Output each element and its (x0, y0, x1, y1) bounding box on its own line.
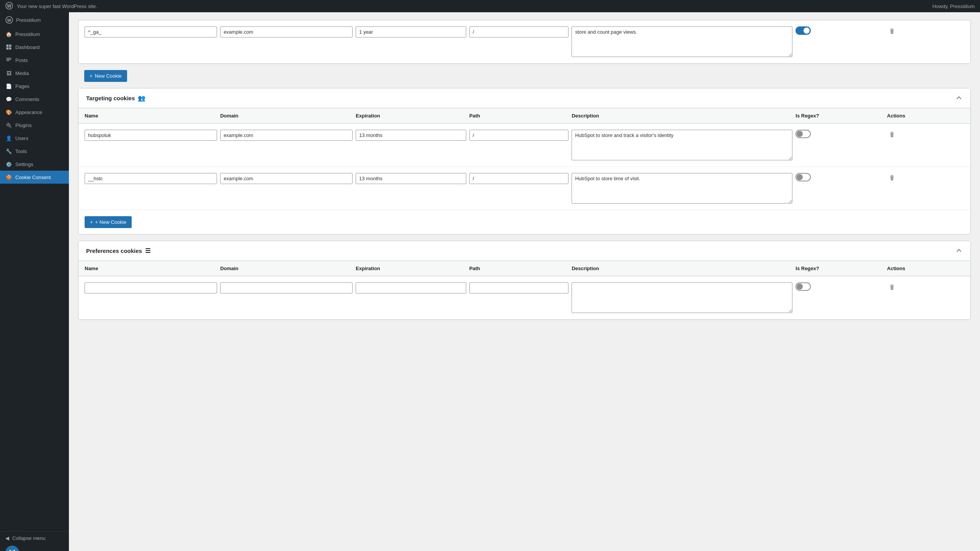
pref-col-domain: Domain (220, 266, 353, 271)
sidebar-brand-name: Pressidium (16, 17, 41, 23)
sidebar-label-dashboard: Dashboard (15, 44, 40, 50)
preferences-section-title: Preferences cookies ☰ (86, 247, 150, 254)
sidebar-item-pages[interactable]: 📄 Pages (0, 80, 69, 93)
svg-rect-6 (7, 47, 9, 50)
sidebar-item-appearance[interactable]: 🎨 Appearance (0, 106, 69, 119)
pref-col-description: Description (572, 266, 792, 271)
svg-rect-10 (7, 60, 10, 61)
row2-name-input[interactable] (85, 173, 217, 184)
row1-actions-cell (887, 130, 964, 140)
row2-toggle[interactable] (795, 173, 811, 181)
pref-row1-path-input[interactable] (469, 282, 569, 293)
main-content: store and count page views. + New Cookie (69, 12, 980, 551)
pref-col-actions: Actions (887, 266, 964, 271)
topbar-user-greeting: Howdy, Pressidium (933, 3, 975, 9)
partial-delete-cell (887, 26, 964, 36)
row1-toggle[interactable] (795, 130, 811, 138)
row1-description-textarea[interactable]: HubSpot to store and track a visitor's i… (572, 130, 792, 160)
collapse-menu-btn[interactable]: ◀ Collapse menu (5, 535, 64, 541)
collapse-label: Collapse menu (12, 535, 46, 541)
sidebar-label-comments: Comments (15, 96, 39, 102)
sidebar-item-plugins[interactable]: 🔌 Plugins (0, 119, 69, 132)
svg-rect-4 (7, 45, 9, 47)
sidebar-label-pressidium: Pressidium (15, 31, 40, 37)
trash-icon (889, 284, 895, 291)
preferences-icon: ☰ (145, 247, 150, 254)
topbar-left: W Your new super fast WordPress site. (5, 2, 97, 11)
row2-path-input[interactable] (469, 173, 569, 184)
sidebar-item-pressidium[interactable]: 🏠 Pressidium (0, 28, 69, 41)
partial-expiration-input[interactable] (356, 26, 466, 37)
partial-path-input[interactable] (469, 26, 569, 37)
targeting-collapse-btn[interactable] (955, 94, 963, 103)
row1-delete-btn[interactable] (887, 130, 897, 140)
row1-domain-input[interactable] (220, 130, 353, 141)
sidebar-item-users[interactable]: 👤 Users (0, 132, 69, 145)
settings-icon: ⚙️ (5, 161, 12, 168)
pref-row1-name-input[interactable] (85, 282, 217, 293)
new-cookie-btn-targeting[interactable]: + + New Cookie (85, 216, 132, 228)
new-cookie-btn-wrapper-1: + New Cookie (78, 70, 971, 82)
users-icon: 👤 (5, 135, 12, 142)
pref-row1-actions-cell (887, 282, 964, 292)
pref-row1-expiration-input[interactable] (356, 282, 466, 293)
sidebar-item-media[interactable]: 🖼 Media (0, 67, 69, 80)
row2-domain-input[interactable] (220, 173, 353, 184)
plugins-icon: 🔌 (5, 122, 12, 129)
row1-expiration-input[interactable] (356, 130, 466, 141)
row2-description-textarea[interactable]: HubSpot to store time of visit. (572, 173, 792, 204)
sidebar-item-dashboard[interactable]: Dashboard (0, 41, 69, 54)
pref-row1-description-textarea[interactable] (572, 282, 792, 313)
targeting-cookies-section: Targeting cookies 👥 Name Domain Expirati… (78, 88, 971, 235)
partial-description-textarea[interactable]: store and count page views. (572, 26, 792, 57)
plus-icon-targeting: + (90, 219, 93, 225)
sidebar-item-posts[interactable]: Posts (0, 54, 69, 67)
col-description-1: Description (572, 113, 792, 119)
row2-regex-cell (795, 173, 884, 181)
col-name-1: Name (85, 113, 217, 119)
svg-rect-5 (9, 45, 11, 47)
chevron-up-icon (955, 94, 963, 101)
pref-row1-domain-input[interactable] (220, 282, 353, 293)
new-cookie-btn-1[interactable]: + New Cookie (84, 70, 127, 82)
col-domain-1: Domain (220, 113, 353, 119)
pref-row1-toggle[interactable] (795, 282, 811, 291)
row2-expiration-input[interactable] (356, 173, 466, 184)
svg-rect-9 (7, 59, 11, 60)
targeting-title-text: Targeting cookies (86, 95, 135, 101)
partial-toggle[interactable] (795, 26, 811, 35)
partial-domain-input[interactable] (220, 26, 353, 37)
preferences-collapse-btn[interactable] (955, 246, 963, 255)
sidebar-item-comments[interactable]: 💬 Comments (0, 93, 69, 106)
pref-col-expiration: Expiration (356, 266, 466, 271)
preferences-table-header: Name Domain Expiration Path Description … (78, 261, 970, 276)
sidebar-label-pages: Pages (15, 83, 29, 89)
row1-regex-cell (795, 130, 884, 138)
trash-icon (889, 28, 895, 35)
row2-delete-btn[interactable] (887, 173, 897, 183)
sidebar-item-settings[interactable]: ⚙️ Settings (0, 158, 69, 171)
sidebar-item-cookie-consent[interactable]: 🍪 Cookie Consent (0, 171, 69, 184)
pref-col-name: Name (85, 266, 217, 271)
comments-icon: 💬 (5, 96, 12, 103)
cookie-icon: 🍪 (5, 174, 12, 181)
chevron-up-icon-2 (955, 246, 963, 254)
row1-path-input[interactable] (469, 130, 569, 141)
partial-delete-btn[interactable] (887, 26, 897, 36)
col-expiration-1: Expiration (356, 113, 466, 119)
svg-rect-8 (7, 58, 11, 59)
targeting-section-header: Targeting cookies 👥 (78, 88, 970, 108)
sidebar-item-tools[interactable]: 🔧 Tools (0, 145, 69, 158)
partial-name-input[interactable] (85, 26, 217, 37)
appearance-icon: 🎨 (5, 109, 12, 116)
targeting-section-title: Targeting cookies 👥 (86, 95, 145, 102)
targeting-table-header: Name Domain Expiration Path Description … (78, 108, 970, 124)
row1-name-input[interactable] (85, 130, 217, 141)
targeting-icon: 👥 (138, 95, 145, 102)
sidebar-label-media: Media (15, 70, 29, 76)
pref-row1-delete-btn[interactable] (887, 282, 897, 292)
sidebar-footer: ◀ Collapse menu 🐱 (0, 531, 69, 551)
pref-col-path: Path (469, 266, 569, 271)
posts-icon (5, 57, 12, 64)
new-cookie-targeting-label: + New Cookie (95, 219, 126, 225)
